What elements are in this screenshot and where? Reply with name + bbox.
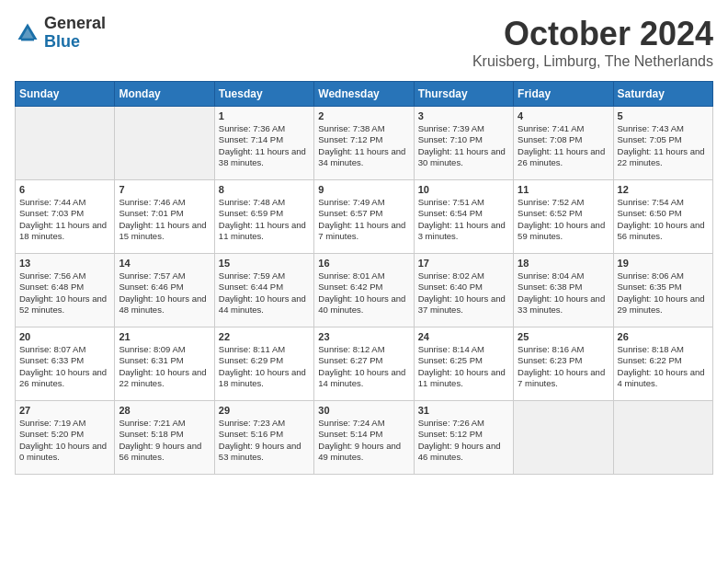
calendar-cell xyxy=(115,107,214,180)
day-number: 24 xyxy=(418,331,509,342)
day-number: 18 xyxy=(518,258,609,269)
day-number: 23 xyxy=(318,331,409,342)
calendar-cell: 10Sunrise: 7:51 AM Sunset: 6:54 PM Dayli… xyxy=(414,180,513,254)
day-number: 20 xyxy=(19,331,110,342)
day-info: Sunrise: 7:38 AM Sunset: 7:12 PM Dayligh… xyxy=(318,123,409,168)
day-number: 6 xyxy=(19,184,110,195)
day-info: Sunrise: 7:23 AM Sunset: 5:16 PM Dayligh… xyxy=(219,418,310,463)
day-info: Sunrise: 7:46 AM Sunset: 7:01 PM Dayligh… xyxy=(119,197,210,242)
header-day-monday: Monday xyxy=(115,82,214,107)
day-number: 21 xyxy=(119,331,210,342)
day-info: Sunrise: 8:07 AM Sunset: 6:33 PM Dayligh… xyxy=(19,344,110,389)
day-number: 15 xyxy=(219,258,310,269)
calendar-cell: 2Sunrise: 7:38 AM Sunset: 7:12 PM Daylig… xyxy=(314,107,414,180)
calendar-cell: 3Sunrise: 7:39 AM Sunset: 7:10 PM Daylig… xyxy=(414,107,513,180)
day-number: 17 xyxy=(418,258,509,269)
day-number: 12 xyxy=(618,184,709,195)
calendar-cell: 24Sunrise: 8:14 AM Sunset: 6:25 PM Dayli… xyxy=(414,327,513,401)
day-info: Sunrise: 7:48 AM Sunset: 6:59 PM Dayligh… xyxy=(219,197,310,242)
calendar-cell: 9Sunrise: 7:49 AM Sunset: 6:57 PM Daylig… xyxy=(314,180,414,254)
calendar-cell: 27Sunrise: 7:19 AM Sunset: 5:20 PM Dayli… xyxy=(16,401,115,475)
header-day-tuesday: Tuesday xyxy=(214,82,313,107)
day-info: Sunrise: 7:26 AM Sunset: 5:12 PM Dayligh… xyxy=(418,418,509,463)
day-info: Sunrise: 7:36 AM Sunset: 7:14 PM Dayligh… xyxy=(219,123,310,168)
calendar-cell: 19Sunrise: 8:06 AM Sunset: 6:35 PM Dayli… xyxy=(613,254,712,327)
calendar-cell: 11Sunrise: 7:52 AM Sunset: 6:52 PM Dayli… xyxy=(514,180,613,254)
day-info: Sunrise: 7:59 AM Sunset: 6:44 PM Dayligh… xyxy=(219,270,310,316)
day-number: 26 xyxy=(618,331,709,342)
calendar-cell: 16Sunrise: 8:01 AM Sunset: 6:42 PM Dayli… xyxy=(314,254,414,327)
day-number: 30 xyxy=(318,405,409,416)
logo-general-text: General xyxy=(44,15,106,33)
day-number: 27 xyxy=(19,405,110,416)
day-info: Sunrise: 7:41 AM Sunset: 7:08 PM Dayligh… xyxy=(518,123,609,168)
calendar-cell: 30Sunrise: 7:24 AM Sunset: 5:14 PM Dayli… xyxy=(314,401,414,475)
page-header: General Blue October 2024 Kruisberg, Lim… xyxy=(15,15,713,70)
header-row: SundayMondayTuesdayWednesdayThursdayFrid… xyxy=(16,82,713,107)
calendar-cell xyxy=(16,107,115,180)
day-info: Sunrise: 7:43 AM Sunset: 7:05 PM Dayligh… xyxy=(618,123,709,168)
logo-text: General Blue xyxy=(44,15,106,52)
day-number: 22 xyxy=(219,331,310,342)
day-info: Sunrise: 8:14 AM Sunset: 6:25 PM Dayligh… xyxy=(418,344,509,389)
day-info: Sunrise: 8:04 AM Sunset: 6:38 PM Dayligh… xyxy=(518,270,609,316)
day-number: 11 xyxy=(518,184,609,195)
calendar-week-row: 13Sunrise: 7:56 AM Sunset: 6:48 PM Dayli… xyxy=(16,254,713,327)
calendar-cell: 25Sunrise: 8:16 AM Sunset: 6:23 PM Dayli… xyxy=(514,327,613,401)
day-number: 1 xyxy=(219,110,310,121)
day-info: Sunrise: 7:49 AM Sunset: 6:57 PM Dayligh… xyxy=(318,197,409,242)
svg-rect-2 xyxy=(21,38,34,40)
day-number: 2 xyxy=(318,110,409,121)
day-number: 5 xyxy=(618,110,709,121)
calendar-header: SundayMondayTuesdayWednesdayThursdayFrid… xyxy=(16,82,713,107)
day-info: Sunrise: 8:18 AM Sunset: 6:22 PM Dayligh… xyxy=(618,344,709,389)
calendar-cell: 6Sunrise: 7:44 AM Sunset: 7:03 PM Daylig… xyxy=(16,180,115,254)
calendar-cell: 13Sunrise: 7:56 AM Sunset: 6:48 PM Dayli… xyxy=(16,254,115,327)
calendar-week-row: 6Sunrise: 7:44 AM Sunset: 7:03 PM Daylig… xyxy=(16,180,713,254)
logo: General Blue xyxy=(15,15,106,52)
day-info: Sunrise: 8:16 AM Sunset: 6:23 PM Dayligh… xyxy=(518,344,609,389)
day-info: Sunrise: 7:19 AM Sunset: 5:20 PM Dayligh… xyxy=(19,418,110,463)
calendar-week-row: 27Sunrise: 7:19 AM Sunset: 5:20 PM Dayli… xyxy=(16,401,713,475)
day-info: Sunrise: 7:54 AM Sunset: 6:50 PM Dayligh… xyxy=(618,197,709,242)
calendar-cell: 26Sunrise: 8:18 AM Sunset: 6:22 PM Dayli… xyxy=(613,327,712,401)
day-number: 10 xyxy=(418,184,509,195)
month-title: October 2024 xyxy=(472,15,713,53)
day-info: Sunrise: 8:02 AM Sunset: 6:40 PM Dayligh… xyxy=(418,270,509,316)
day-info: Sunrise: 7:39 AM Sunset: 7:10 PM Dayligh… xyxy=(418,123,509,168)
day-number: 13 xyxy=(19,258,110,269)
calendar-cell: 31Sunrise: 7:26 AM Sunset: 5:12 PM Dayli… xyxy=(414,401,513,475)
day-info: Sunrise: 7:57 AM Sunset: 6:46 PM Dayligh… xyxy=(119,270,210,316)
day-info: Sunrise: 7:51 AM Sunset: 6:54 PM Dayligh… xyxy=(418,197,509,242)
calendar-cell: 18Sunrise: 8:04 AM Sunset: 6:38 PM Dayli… xyxy=(514,254,613,327)
calendar-cell xyxy=(613,401,712,475)
day-info: Sunrise: 8:11 AM Sunset: 6:29 PM Dayligh… xyxy=(219,344,310,389)
day-number: 4 xyxy=(518,110,609,121)
header-day-thursday: Thursday xyxy=(414,82,513,107)
calendar-week-row: 20Sunrise: 8:07 AM Sunset: 6:33 PM Dayli… xyxy=(16,327,713,401)
calendar-cell: 14Sunrise: 7:57 AM Sunset: 6:46 PM Dayli… xyxy=(115,254,214,327)
day-info: Sunrise: 7:56 AM Sunset: 6:48 PM Dayligh… xyxy=(19,270,110,316)
calendar-cell: 23Sunrise: 8:12 AM Sunset: 6:27 PM Dayli… xyxy=(314,327,414,401)
calendar-cell: 7Sunrise: 7:46 AM Sunset: 7:01 PM Daylig… xyxy=(115,180,214,254)
day-number: 3 xyxy=(418,110,509,121)
logo-blue-text: Blue xyxy=(44,33,106,52)
header-day-saturday: Saturday xyxy=(613,82,712,107)
day-info: Sunrise: 7:21 AM Sunset: 5:18 PM Dayligh… xyxy=(119,418,210,463)
calendar-cell: 28Sunrise: 7:21 AM Sunset: 5:18 PM Dayli… xyxy=(115,401,214,475)
calendar-cell: 12Sunrise: 7:54 AM Sunset: 6:50 PM Dayli… xyxy=(613,180,712,254)
day-info: Sunrise: 7:24 AM Sunset: 5:14 PM Dayligh… xyxy=(318,418,409,463)
day-info: Sunrise: 8:01 AM Sunset: 6:42 PM Dayligh… xyxy=(318,270,409,316)
day-number: 31 xyxy=(418,405,509,416)
calendar-cell: 21Sunrise: 8:09 AM Sunset: 6:31 PM Dayli… xyxy=(115,327,214,401)
calendar-cell: 8Sunrise: 7:48 AM Sunset: 6:59 PM Daylig… xyxy=(214,180,313,254)
header-day-friday: Friday xyxy=(514,82,613,107)
day-info: Sunrise: 8:12 AM Sunset: 6:27 PM Dayligh… xyxy=(318,344,409,389)
calendar-cell: 15Sunrise: 7:59 AM Sunset: 6:44 PM Dayli… xyxy=(214,254,313,327)
day-number: 8 xyxy=(219,184,310,195)
calendar-cell: 5Sunrise: 7:43 AM Sunset: 7:05 PM Daylig… xyxy=(613,107,712,180)
day-number: 29 xyxy=(219,405,310,416)
calendar-cell: 17Sunrise: 8:02 AM Sunset: 6:40 PM Dayli… xyxy=(414,254,513,327)
calendar-cell: 29Sunrise: 7:23 AM Sunset: 5:16 PM Dayli… xyxy=(214,401,313,475)
day-number: 19 xyxy=(618,258,709,269)
